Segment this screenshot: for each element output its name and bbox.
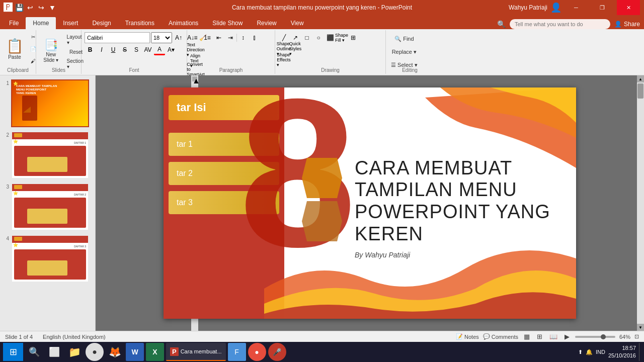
taskbar-explorer-icon[interactable]: 📁 — [65, 343, 84, 361]
slide-num-2: 2 — [2, 131, 9, 138]
bold-button[interactable]: B — [85, 44, 96, 55]
columns-button[interactable]: ⫿ — [249, 32, 260, 43]
tab-design[interactable]: Design — [85, 17, 118, 29]
arrange-button[interactable]: ⊞ — [348, 32, 359, 43]
find-button[interactable]: 🔍 Find — [389, 33, 420, 44]
taskbar-excel-icon[interactable]: X — [146, 343, 164, 361]
canvas-scrollbar[interactable]: ▲ ▼ — [637, 75, 644, 331]
taskbar-notifications[interactable]: 🔔 — [586, 349, 593, 355]
shape-effects-button[interactable]: Shape Effects ▾ — [278, 54, 289, 65]
start-button[interactable]: ⊞ — [3, 343, 23, 361]
slide2-label: DAFTAR 1 — [74, 141, 86, 144]
slide-thumb-1[interactable]: 1 CARA MEMBUAT TAMPILANMENU POWERPOINTYA… — [2, 79, 93, 127]
restore-button[interactable]: ❐ — [591, 0, 614, 15]
show-desktop-button[interactable] — [639, 343, 641, 361]
taskbar-app5-icon[interactable]: F — [228, 343, 246, 361]
slide-thumb-2[interactable]: 2 DAFTAR 1 ⭐ — [2, 131, 93, 179]
slide-num-1: 1 — [2, 79, 9, 86]
slide-preview-4[interactable]: DAFTAR 3 ⭐ — [11, 235, 89, 283]
slide-thumb-3[interactable]: 3 DAFTAR 2 ⭐ — [2, 183, 93, 231]
numbering-button[interactable]: 1≡ — [202, 32, 213, 43]
tab-home[interactable]: Home — [26, 17, 56, 29]
shape-more-icon[interactable]: ⬛ — [325, 32, 336, 43]
reading-view-button[interactable]: 📖 — [548, 333, 559, 340]
save-icon[interactable]: 💾 — [15, 4, 23, 12]
taskbar-chrome-icon[interactable]: ● — [86, 343, 104, 361]
taskbar-clock: 18:57 25/10/2016 — [608, 344, 636, 360]
quick-styles-button[interactable]: Quick Styles ▾ — [290, 43, 301, 54]
slide-sorter-button[interactable]: ⊞ — [535, 333, 544, 340]
customize-qat-icon[interactable]: ▼ — [48, 4, 56, 12]
status-right: 📝 Notes 💬 Comments ▦ ⊞ 📖 ▶ 64% ⊡ — [456, 333, 639, 340]
shape-oval-icon[interactable]: ○ — [313, 32, 324, 43]
taskbar-taskview-icon[interactable]: ⬜ — [45, 343, 63, 361]
user-avatar-icon: 👤 — [550, 2, 561, 13]
tab-animations[interactable]: Animations — [162, 17, 205, 29]
decrease-indent-button[interactable]: ⇤ — [213, 32, 224, 43]
fit-to-window-button[interactable]: ⊡ — [634, 333, 639, 340]
notes-icon: 📝 — [456, 333, 463, 340]
taskbar-app7-icon[interactable]: 🎤 — [268, 343, 286, 361]
tab-slide-show[interactable]: Slide Show — [205, 17, 250, 29]
tab-insert[interactable]: Insert — [56, 17, 85, 29]
slide-preview-3[interactable]: DAFTAR 2 ⭐ — [11, 183, 89, 231]
taskbar-lang: IND — [596, 349, 605, 355]
slide-canvas[interactable]: tar Isi tar 1 tar 2 tar 3 8 — [164, 87, 576, 319]
italic-button[interactable]: I — [96, 44, 107, 55]
taskbar-ppt-active[interactable]: P Cara membuat... — [166, 343, 226, 361]
slideshow-button[interactable]: ▶ — [563, 333, 571, 340]
share-button[interactable]: 👤Share — [614, 21, 640, 28]
notes-button[interactable]: 📝 Notes — [456, 333, 479, 340]
strikethrough-button[interactable]: S — [119, 44, 130, 55]
shadow-button[interactable]: S — [131, 44, 142, 55]
tab-file[interactable]: File — [2, 17, 26, 29]
normal-view-button[interactable]: ▦ — [522, 333, 531, 340]
redo-icon[interactable]: ↪ — [37, 4, 45, 12]
taskbar-search-icon[interactable]: 🔍 — [25, 343, 43, 361]
underline-button[interactable]: U — [108, 44, 119, 55]
taskbar-word-icon[interactable]: W — [126, 343, 144, 361]
close-button[interactable]: ✕ — [617, 0, 640, 15]
highlight-button[interactable]: A▾ — [166, 44, 177, 55]
char-spacing-button[interactable]: AV — [142, 44, 153, 55]
bullets-button[interactable]: ≡ — [190, 32, 201, 43]
tab-view[interactable]: View — [284, 17, 311, 29]
shape-rect-icon[interactable]: □ — [301, 32, 312, 43]
font-color-button[interactable]: A — [154, 44, 165, 55]
replace-button[interactable]: Replace ▾ — [389, 46, 420, 57]
zoom-slider[interactable] — [575, 336, 615, 338]
font-size-select[interactable]: 18 — [151, 32, 172, 43]
slide4-label: DAFTAR 3 — [74, 245, 86, 248]
taskbar-show-desktop[interactable]: ⬆ — [578, 349, 583, 355]
minimize-button[interactable]: ─ — [565, 0, 588, 15]
zoom-thumb[interactable] — [601, 334, 606, 339]
editing-group: 🔍 Find Replace ▾ ☰ Select ▾ Editing — [386, 30, 434, 74]
canvas-area[interactable]: ▲ tar Isi tar 1 — [96, 75, 644, 331]
slides-group: 📑 New Slide ▾ Layout ▾ Reset Section ▾ S… — [36, 30, 82, 74]
increase-indent-button[interactable]: ⇥ — [225, 32, 236, 43]
taskbar-firefox-icon[interactable]: 🦊 — [106, 343, 124, 361]
font-grow-button[interactable]: A↑ — [173, 32, 184, 43]
line-spacing-button[interactable]: ↕ — [237, 32, 249, 43]
paste-button[interactable]: 📋 Paste — [3, 34, 26, 64]
tell-me-input[interactable] — [510, 19, 610, 29]
status-bar: Slide 1 of 4 English (United Kingdom) 📝 … — [0, 331, 644, 342]
font-group: 18 A↑ A↓ 🧹 B I U S S AV A A▾ Font — [82, 30, 187, 74]
slide-thumb-4[interactable]: 4 DAFTAR 3 ⭐ — [2, 235, 93, 283]
arrow-shape-1 — [302, 158, 342, 198]
taskbar-app6-icon[interactable]: ● — [248, 343, 266, 361]
slide-preview-1[interactable]: CARA MEMBUAT TAMPILANMENU POWERPOINTYANG… — [11, 79, 89, 127]
slide-preview-2[interactable]: DAFTAR 1 ⭐ — [11, 131, 89, 179]
title-bar-right: Wahyu Patriaji 👤 ─ ❐ ✕ — [509, 0, 640, 15]
comments-button[interactable]: 💬 Comments — [483, 333, 518, 340]
wave-bottom-decoration — [264, 228, 576, 319]
new-slide-button[interactable]: 📑 New Slide ▾ — [39, 36, 63, 66]
tab-transitions[interactable]: Transitions — [118, 17, 162, 29]
editing-label: Editing — [386, 67, 434, 73]
window-title: Cara membuat tampilan menu powerpoint ya… — [232, 4, 412, 11]
powerpoint-logo-icon: 🅿 — [4, 4, 12, 12]
shape-fill-button[interactable]: Shape Fill ▾ — [336, 32, 347, 43]
tab-review[interactable]: Review — [250, 17, 283, 29]
font-name-input[interactable] — [85, 32, 150, 43]
undo-icon[interactable]: ↩ — [26, 4, 34, 12]
